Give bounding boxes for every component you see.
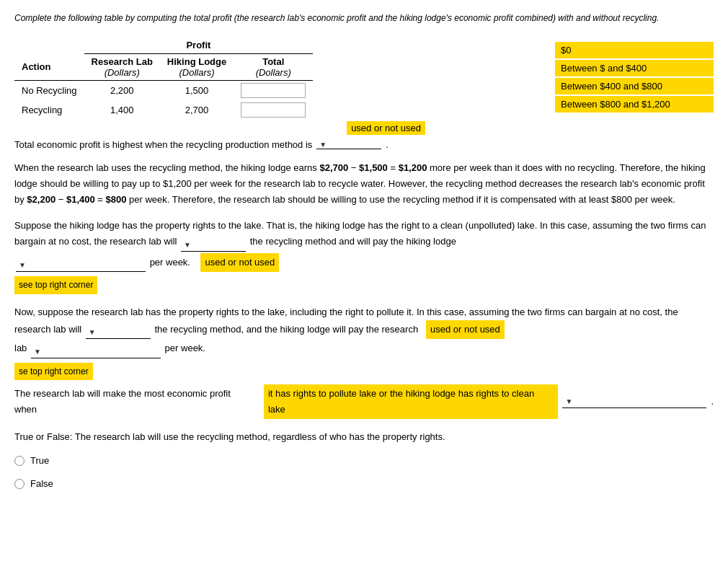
paragraph2: Suppose the hiking lodge has the propert…: [14, 218, 714, 294]
period1: .: [386, 139, 389, 150]
used-not-used-badge2: used or not used: [200, 253, 279, 272]
option-3: Between $800 and $1,200: [555, 96, 714, 113]
used-not-used-badge1: used or not used: [347, 121, 425, 135]
row2-action: Recycling: [14, 100, 84, 120]
chevron-down-icon4: ▼: [89, 326, 96, 338]
profit-header: Profit: [84, 38, 314, 54]
table-row: No Recycling 2,200 1,500: [14, 81, 313, 101]
total-highest-text: Total economic profit is highest when th…: [14, 139, 312, 150]
true-false-text: True or False: The research lab will use…: [14, 429, 714, 445]
option-1: Between $ and $400: [555, 60, 714, 76]
top-section: Profit Action Research Lab (Dollars) Hik…: [14, 35, 714, 150]
para2-part3: per week.: [150, 257, 190, 268]
see-top-right-badge2: se top right corner: [14, 363, 93, 380]
true-option[interactable]: True: [14, 453, 714, 469]
table-row: Recycling 1,400 2,700: [14, 100, 313, 120]
para2-part2: the recycling method and will pay the hi…: [250, 236, 456, 247]
recycling-method-dropdown[interactable]: ▼: [316, 141, 381, 149]
see-top-right-badge1: see top right corner: [14, 276, 97, 294]
para3-part5: per week.: [165, 343, 205, 353]
row1-col3[interactable]: [234, 81, 313, 101]
false-option[interactable]: False: [14, 476, 714, 492]
col1-header: Research Lab (Dollars): [84, 54, 160, 81]
pay-amount-dropdown[interactable]: ▼: [16, 259, 146, 272]
false-label: False: [30, 476, 53, 492]
used-note-area: used or not used: [14, 121, 425, 135]
profit-table: Profit Action Research Lab (Dollars) Hik…: [14, 38, 313, 120]
paragraph1: When the research lab uses the recycling…: [14, 160, 714, 208]
radio-true-icon: [14, 456, 25, 466]
true-label: True: [30, 453, 49, 469]
row2-col2: 2,700: [160, 100, 234, 120]
most-profit-text: The research lab will make the most econ…: [14, 386, 255, 418]
row1-action: No Recycling: [14, 81, 84, 101]
option-2: Between $400 and $800: [555, 78, 714, 94]
action-col-header: Action: [14, 54, 84, 81]
lab-will-dropdown[interactable]: ▼: [181, 239, 246, 252]
chevron-down-icon6: ▼: [565, 395, 572, 407]
para3-part2: the recycling method, and the hiking lod…: [154, 324, 418, 335]
row1-total-input[interactable]: [241, 83, 306, 98]
chevron-down-icon: ▼: [319, 141, 327, 149]
col3-header: Total (Dollars): [234, 54, 313, 81]
table-area: Profit Action Research Lab (Dollars) Hik…: [14, 35, 541, 150]
rights-badge: it has rights to pollute lake or the hik…: [264, 384, 558, 419]
row2-col3[interactable]: [234, 100, 313, 120]
true-false-section: True or False: The research lab will use…: [14, 429, 714, 491]
radio-group: True False: [14, 453, 714, 492]
most-profit-dropdown[interactable]: ▼: [562, 395, 706, 408]
paragraph3: Now, suppose the research lab has the pr…: [14, 304, 714, 420]
radio-false-icon: [14, 479, 25, 489]
lab-pay-dropdown[interactable]: ▼: [31, 345, 161, 358]
col2-header: Hiking Lodge (Dollars): [160, 54, 234, 81]
chevron-down-icon5: ▼: [34, 345, 41, 358]
top-right-options: $0 Between $ and $400 Between $400 and $…: [555, 42, 714, 114]
row2-col1: 1,400: [84, 100, 160, 120]
para3-lab: lab: [14, 343, 27, 353]
row1-col2: 1,500: [160, 81, 234, 101]
period2: .: [711, 394, 714, 410]
option-0: $0: [555, 42, 714, 58]
intro-text: Complete the following table by computin…: [14, 12, 714, 25]
chevron-down-icon3: ▼: [19, 259, 26, 271]
used-not-used-badge3: used or not used: [426, 320, 505, 339]
row1-col1: 2,200: [84, 81, 160, 101]
lab-will-dropdown2[interactable]: ▼: [86, 326, 151, 339]
chevron-down-icon2: ▼: [184, 239, 191, 251]
total-highest-row: Total economic profit is highest when th…: [14, 139, 541, 150]
row2-total-input[interactable]: [241, 102, 306, 118]
